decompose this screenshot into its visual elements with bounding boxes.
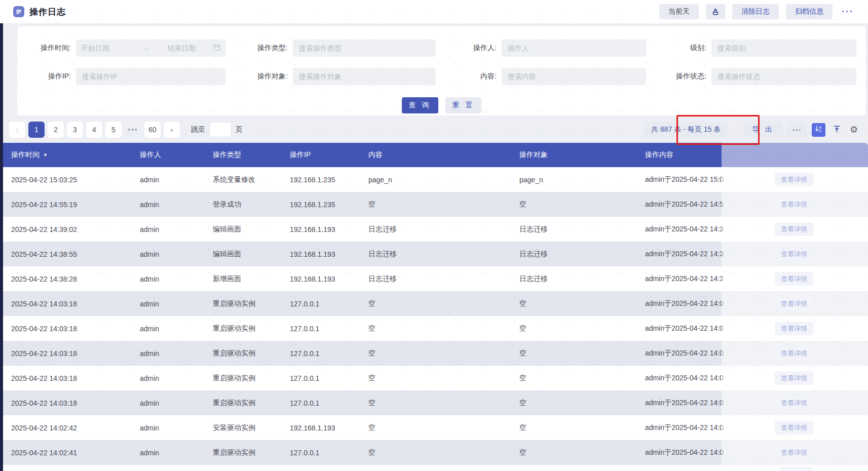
current-day-button[interactable]: 当前天 xyxy=(659,4,699,19)
filter-status-label: 操作状态: xyxy=(651,72,711,81)
operator-search-input[interactable] xyxy=(502,40,646,57)
filter-level: 级别: xyxy=(651,40,856,57)
cell-operator: admin xyxy=(140,192,213,217)
view-detail-button[interactable]: 查看详情 xyxy=(775,322,813,335)
column-header-time[interactable]: 操作时间▼ xyxy=(0,143,140,167)
view-detail-button[interactable]: 查看详情 xyxy=(775,272,813,286)
page-number-button[interactable]: 60 xyxy=(144,122,161,138)
query-button[interactable]: 查 询 xyxy=(402,97,438,113)
page-number-button[interactable]: 5 xyxy=(105,122,122,138)
clear-logs-button[interactable]: 清除日志 xyxy=(732,4,779,19)
left-edge-strip xyxy=(0,23,3,471)
cell-time: 2025-04-22 14:39:02 xyxy=(0,217,140,242)
view-detail-button[interactable]: 查看详情 xyxy=(775,247,813,261)
table-row: 2025-04-22 14:03:18 admin 重启驱动实例 127.0.0… xyxy=(0,390,868,415)
filter-type-label: 操作类型: xyxy=(232,44,293,53)
level-search-input[interactable] xyxy=(711,40,856,57)
cell-type: 系统变量修改 xyxy=(213,167,290,192)
prev-page-button[interactable]: ‹ xyxy=(9,122,25,138)
next-page-button[interactable]: › xyxy=(164,122,180,138)
cell-ip: 192.168.1.193 xyxy=(290,217,368,242)
cell-content: 空 xyxy=(368,341,519,366)
cell-detail-text: admin于2025-04-22 15:0 xyxy=(645,167,746,192)
sort-button[interactable]: A Z xyxy=(812,123,825,137)
filter-type: 操作类型: xyxy=(232,40,436,57)
cell-type: 编辑画面 xyxy=(213,242,290,266)
table-row: 2025-04-22 14:02:42 admin 安装驱动实例 192.168… xyxy=(0,415,868,440)
cell-time: 2025-04-22 14:03:18 xyxy=(0,341,140,366)
partial-next-row xyxy=(0,465,868,471)
column-header-type: 操作类型 xyxy=(213,143,290,167)
cell-type: 登录成功 xyxy=(213,192,290,217)
view-detail-button[interactable]: 查看详情 xyxy=(775,421,813,435)
cell-content: 空 xyxy=(368,366,519,390)
column-header-content: 内容 xyxy=(368,143,519,167)
cell-content: 空 xyxy=(368,415,519,440)
cell-detail-text: admin于2025-04-22 14:0 xyxy=(645,390,746,415)
view-detail-button[interactable]: 查看详情 xyxy=(775,222,813,236)
column-header-actions xyxy=(746,143,868,167)
pager-more-button[interactable]: ··· xyxy=(787,122,807,138)
log-document-icon xyxy=(13,6,24,17)
top-bar: 操作日志 当前天 清除日志 归档信息 ··· xyxy=(0,0,868,23)
page-number-button[interactable]: 3 xyxy=(67,122,83,138)
page-number-button[interactable]: 4 xyxy=(86,122,102,138)
jump-page-input[interactable] xyxy=(209,122,232,137)
content-search-input[interactable] xyxy=(502,68,646,85)
reset-button[interactable]: 重 置 xyxy=(445,97,482,113)
cell-operator: admin xyxy=(140,440,213,465)
cell-time: 2025-04-22 14:03:18 xyxy=(0,316,140,341)
filter-time-label: 操作时间: xyxy=(17,44,76,53)
view-detail-button[interactable]: 查看详情 xyxy=(775,396,813,410)
end-date-input[interactable] xyxy=(167,44,211,52)
clean-brush-button[interactable] xyxy=(706,4,725,19)
topbar-more-button[interactable]: ··· xyxy=(840,7,856,17)
archive-info-button[interactable]: 归档信息 xyxy=(786,4,833,19)
cell-content: 空 xyxy=(368,291,519,316)
column-header-detail: 操作内容 xyxy=(645,143,746,167)
view-detail-button[interactable]: 查看详情 xyxy=(775,446,813,459)
sort-caret-icon: ▼ xyxy=(43,152,48,158)
target-search-input[interactable] xyxy=(293,68,436,85)
filter-status: 操作状态: xyxy=(651,68,856,85)
view-detail-button[interactable]: 查看详情 xyxy=(775,371,813,385)
cell-operator: admin xyxy=(140,316,213,341)
start-date-input[interactable] xyxy=(81,44,125,52)
cell-operator: admin xyxy=(140,341,213,366)
cell-type: 新增画面 xyxy=(213,266,290,291)
cell-detail-text: admin于2025-04-22 14:0 xyxy=(645,316,746,341)
ip-search-input[interactable] xyxy=(76,68,225,85)
cell-operator: admin xyxy=(140,242,213,266)
cell-ip: 192.168.1.193 xyxy=(290,266,368,291)
status-search-input[interactable] xyxy=(711,68,856,85)
view-detail-button[interactable]: 查看详情 xyxy=(775,297,813,310)
view-detail-button[interactable]: 查看详情 xyxy=(775,198,813,211)
cell-operator: admin xyxy=(140,217,213,242)
svg-text:A: A xyxy=(819,125,821,129)
align-top-button[interactable] xyxy=(831,124,843,136)
page-number-button[interactable]: 2 xyxy=(48,122,64,138)
cell-type: 编辑画面 xyxy=(213,217,290,242)
gear-icon: ⚙ xyxy=(850,124,858,135)
type-search-input[interactable] xyxy=(293,40,436,57)
export-button[interactable]: 导 出 xyxy=(744,122,782,138)
cell-target: 空 xyxy=(519,316,645,341)
view-detail-button[interactable]: 查看详情 xyxy=(775,173,813,186)
settings-button[interactable]: ⚙ xyxy=(848,124,860,136)
table-header: 操作时间▼ 操作人 操作类型 操作IP 内容 操作对象 操作内容 xyxy=(0,143,868,167)
cell-ip: 192.168.1.235 xyxy=(290,192,368,217)
cell-detail-text: admin于2025-04-22 14:3 xyxy=(645,242,746,266)
cell-content: 日志迁移 xyxy=(368,217,519,242)
view-detail-button[interactable]: 查看详情 xyxy=(775,346,813,360)
cell-operator: admin xyxy=(140,266,213,291)
page-number-button[interactable]: 1 xyxy=(28,122,45,138)
filter-time: 操作时间: → xyxy=(17,40,225,57)
page-number-button[interactable]: ••• xyxy=(125,122,141,138)
cell-content: 空 xyxy=(368,192,519,217)
cell-detail-text: admin于2025-04-22 14:0 xyxy=(645,415,746,440)
table-row: 2025-04-22 15:03:25 admin 系统变量修改 192.168… xyxy=(0,167,868,192)
cell-target: 空 xyxy=(519,341,645,366)
pagination-bar: ‹ 1 2 3 4 5 ••• 60 › 跳至 页 共 887 条 - 每页 1… xyxy=(9,122,860,138)
filter-operator: 操作人: xyxy=(441,40,646,57)
date-range-picker[interactable]: → xyxy=(76,40,225,57)
